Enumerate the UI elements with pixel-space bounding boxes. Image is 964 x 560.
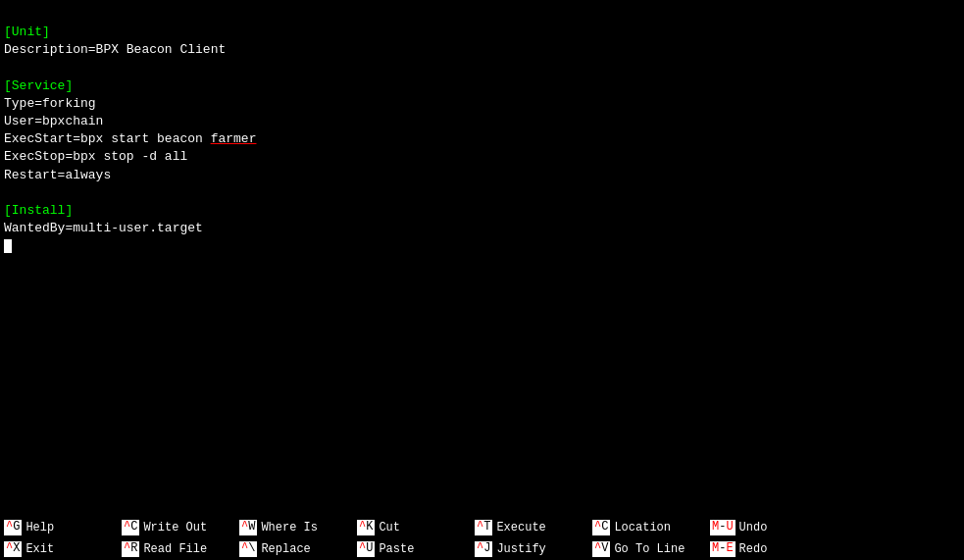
editor-line bbox=[4, 59, 960, 76]
shortcut-label: Execute bbox=[496, 521, 545, 535]
shortcut-item[interactable]: ^RRead File bbox=[118, 541, 235, 557]
shortcut-item[interactable]: ^KCut bbox=[353, 520, 471, 535]
shortcut-item[interactable]: ^\Replace bbox=[235, 541, 353, 557]
shortcut-item[interactable]: M-ERedo bbox=[706, 541, 824, 557]
shortcut-label: Go To Line bbox=[614, 542, 685, 556]
shortcut-label: Undo bbox=[739, 521, 768, 535]
editor-line: [Unit] bbox=[4, 24, 960, 41]
editor-line: [Install] bbox=[4, 202, 960, 220]
editor-line: Type=forking bbox=[4, 95, 960, 113]
shortcut-item[interactable]: ^TExecute bbox=[471, 520, 588, 535]
shortcut-label: Where Is bbox=[261, 521, 318, 535]
shortcut-item[interactable]: M-UUndo bbox=[706, 520, 824, 535]
editor-line: Restart=always bbox=[4, 167, 960, 184]
editor-area[interactable]: [Unit]Description=BPX Beacon Client [Ser… bbox=[0, 20, 964, 517]
shortcut-label: Exit bbox=[25, 542, 54, 556]
shortcut-label: Help bbox=[25, 521, 54, 535]
shortcut-item[interactable]: ^GHelp bbox=[0, 520, 118, 535]
shortcut-row-1: ^GHelp^CWrite Out^WWhere Is^KCut^TExecut… bbox=[0, 517, 964, 538]
shortcut-label: Paste bbox=[379, 542, 414, 556]
editor-line: Description=BPX Beacon Client bbox=[4, 41, 960, 59]
editor-line: ExecStart=bpx start beacon farmer bbox=[4, 130, 960, 148]
shortcut-label: Justify bbox=[496, 542, 545, 556]
title-bar bbox=[0, 0, 964, 20]
editor-line bbox=[4, 237, 960, 255]
app: [Unit]Description=BPX Beacon Client [Ser… bbox=[0, 0, 964, 560]
shortcut-label: Read File bbox=[143, 542, 207, 556]
shortcut-item[interactable]: ^VGo To Line bbox=[588, 541, 706, 557]
shortcut-bar: ^GHelp^CWrite Out^WWhere Is^KCut^TExecut… bbox=[0, 517, 964, 560]
editor-line: WantedBy=multi-user.target bbox=[4, 220, 960, 237]
shortcut-label: Location bbox=[614, 521, 671, 535]
editor-line: [Service] bbox=[4, 77, 960, 95]
shortcut-item[interactable]: ^CLocation bbox=[588, 520, 706, 535]
shortcut-item[interactable]: ^XExit bbox=[0, 541, 118, 557]
editor-line: ExecStop=bpx stop -d all bbox=[4, 148, 960, 166]
shortcut-label: Redo bbox=[739, 542, 768, 556]
shortcut-label: Cut bbox=[379, 521, 400, 535]
shortcut-item[interactable]: ^UPaste bbox=[353, 541, 471, 557]
shortcut-item[interactable]: ^JJustify bbox=[471, 541, 588, 557]
shortcut-label: Replace bbox=[261, 542, 310, 556]
shortcut-item[interactable]: ^WWhere Is bbox=[235, 520, 353, 535]
editor-line: User=bpxchain bbox=[4, 113, 960, 130]
editor-line bbox=[4, 184, 960, 202]
shortcut-row-2: ^XExit^RRead File^\Replace^UPaste^JJusti… bbox=[0, 538, 964, 560]
shortcut-item[interactable]: ^CWrite Out bbox=[118, 520, 235, 535]
shortcut-label: Write Out bbox=[143, 521, 207, 535]
